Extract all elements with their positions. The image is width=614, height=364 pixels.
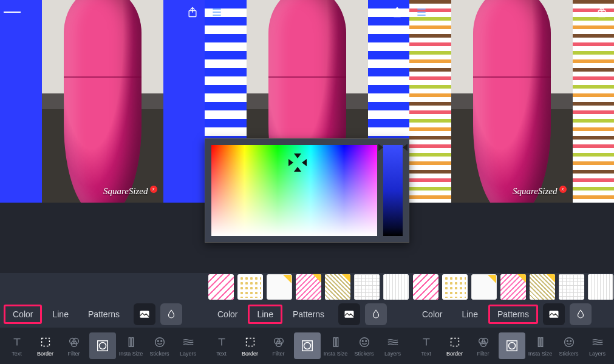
premium-star-icon	[341, 274, 350, 283]
tool-stickers-label: Stickers	[354, 351, 374, 357]
svg-point-37	[567, 340, 568, 342]
tool-filter-label: Filter	[273, 351, 285, 357]
share-icon[interactable]	[389, 4, 406, 21]
border-tabs: Color Line Patterns	[0, 301, 205, 328]
premium-star-icon	[282, 274, 292, 284]
color-picker-saturation[interactable]	[211, 145, 377, 236]
bottom-toolbar: Text Border Filter Insta Size Stickers	[409, 328, 614, 364]
share-icon[interactable]	[593, 4, 610, 21]
tool-filter[interactable]: Filter	[264, 328, 293, 364]
color-picker-hue-indicator[interactable]	[380, 144, 406, 149]
tool-layers[interactable]: Layers	[583, 328, 612, 364]
canvas-area[interactable]: SquareSizedx	[205, 0, 409, 203]
canvas-area[interactable]: SquareSizedx	[409, 0, 614, 203]
border-tabs: Color Line Patterns	[205, 301, 409, 328]
tool-filter[interactable]: Filter	[60, 328, 88, 364]
tab-patterns[interactable]: Patterns	[488, 305, 538, 324]
pattern-swatch[interactable]	[442, 274, 468, 300]
pattern-swatch[interactable]	[267, 274, 292, 300]
blur-icon[interactable]	[365, 303, 387, 325]
share-icon[interactable]	[184, 4, 201, 21]
canvas-area[interactable]: SquareSizedx	[0, 0, 205, 203]
pattern-swatch[interactable]	[354, 274, 380, 300]
color-picker[interactable]	[205, 138, 409, 243]
menu-icon[interactable]	[4, 4, 21, 21]
tool-stickers-label: Stickers	[559, 351, 578, 357]
border-tabs: Color Line Patterns	[409, 301, 614, 328]
tool-shape[interactable]	[497, 328, 526, 364]
svg-rect-8	[129, 337, 131, 346]
watermark: SquareSizedx	[513, 186, 567, 197]
app-pane: SquareSizedx Color Line Patterns	[0, 0, 205, 364]
tool-border[interactable]: Border	[440, 328, 469, 364]
svg-rect-22	[336, 337, 338, 346]
svg-rect-9	[131, 337, 133, 346]
tool-stickers[interactable]: Stickers	[145, 328, 174, 364]
premium-star-icon	[312, 274, 321, 283]
tool-layers[interactable]: Layers	[378, 328, 407, 364]
tool-border-label: Border	[446, 351, 463, 357]
tool-filter[interactable]: Filter	[469, 328, 497, 364]
tab-patterns[interactable]: Patterns	[284, 305, 333, 324]
tool-shape[interactable]	[88, 328, 117, 364]
tool-stickers[interactable]: Stickers	[554, 328, 583, 364]
image-picker-icon[interactable]	[338, 303, 360, 325]
svg-rect-15	[246, 338, 254, 346]
pattern-swatch[interactable]	[530, 274, 555, 300]
tool-instasize[interactable]: Insta Size	[117, 328, 145, 364]
canvas: SquareSizedx	[0, 0, 205, 203]
pattern-swatch[interactable]	[471, 274, 497, 300]
svg-rect-35	[541, 337, 542, 346]
tab-color[interactable]: Color	[413, 305, 451, 324]
tool-text[interactable]: Text	[207, 328, 236, 364]
svg-point-12	[160, 340, 162, 342]
pattern-swatch[interactable]	[413, 274, 438, 300]
tool-instasize-label: Insta Size	[119, 351, 143, 357]
bottom-toolbar: Text Border Filter Insta Size Stickers	[205, 328, 409, 364]
tool-text[interactable]: Text	[2, 328, 31, 364]
tab-line[interactable]: Line	[43, 305, 77, 324]
tool-stickers[interactable]: Stickers	[350, 328, 378, 364]
tool-text-label: Text	[12, 351, 22, 357]
tool-border[interactable]: Border	[31, 328, 60, 364]
pattern-swatch[interactable]	[559, 274, 584, 300]
svg-point-33	[508, 343, 515, 349]
list-icon[interactable]	[413, 4, 430, 21]
color-picker-hue[interactable]	[383, 145, 403, 236]
svg-point-23	[360, 337, 369, 346]
image-picker-icon[interactable]	[543, 303, 565, 325]
bottom-toolbar: Text Border Filter Insta Size Stickers	[0, 328, 205, 364]
tab-color[interactable]: Color	[4, 305, 42, 324]
pattern-swatch[interactable]	[588, 274, 613, 300]
tool-text[interactable]: Text	[412, 328, 440, 364]
tab-color[interactable]: Color	[208, 305, 247, 324]
premium-star-icon	[517, 274, 526, 283]
tool-layers-label: Layers	[180, 351, 196, 357]
tab-line[interactable]: Line	[452, 305, 486, 324]
tool-instasize[interactable]: Insta Size	[526, 328, 554, 364]
canvas: SquareSizedx	[409, 0, 614, 203]
photo: SquareSizedx	[42, 0, 163, 203]
blur-icon[interactable]	[570, 303, 592, 325]
pattern-swatch[interactable]	[208, 274, 234, 300]
pattern-swatch[interactable]	[325, 274, 350, 300]
pattern-swatch[interactable]	[383, 274, 409, 300]
spacer	[0, 203, 205, 273]
tool-layers[interactable]: Layers	[174, 328, 202, 364]
list-icon[interactable]	[208, 4, 225, 21]
border-left	[0, 0, 42, 203]
tool-text-label: Text	[421, 351, 431, 357]
tab-line[interactable]: Line	[248, 305, 282, 324]
tool-shape[interactable]	[293, 328, 321, 364]
tab-patterns[interactable]: Patterns	[79, 305, 129, 324]
app-pane: SquareSizedx Color Line Patterns	[409, 0, 614, 364]
blur-icon[interactable]	[160, 303, 182, 325]
color-picker-reticle[interactable]	[291, 156, 304, 169]
pattern-swatch[interactable]	[237, 274, 263, 300]
pattern-swatch[interactable]	[296, 274, 321, 300]
pattern-swatch[interactable]	[500, 274, 526, 300]
svg-rect-2	[41, 338, 49, 346]
tool-border[interactable]: Border	[236, 328, 264, 364]
image-picker-icon[interactable]	[134, 303, 155, 325]
tool-instasize[interactable]: Insta Size	[321, 328, 350, 364]
